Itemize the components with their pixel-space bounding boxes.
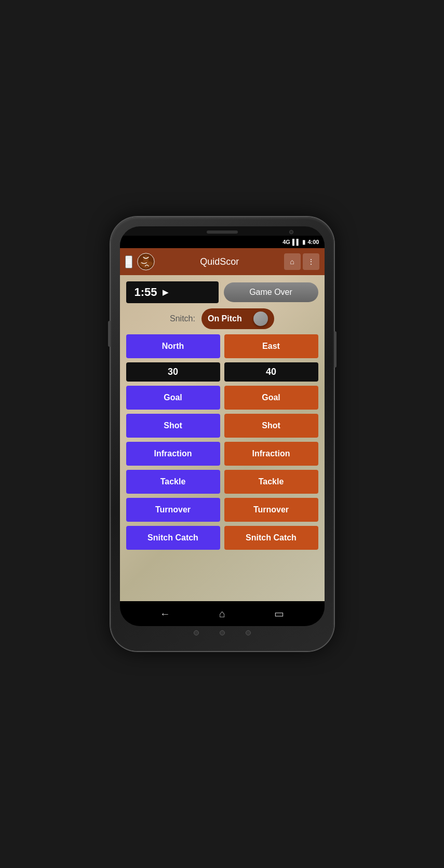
signal-icon: ▌▌ — [292, 239, 301, 245]
east-score: 40 — [224, 362, 318, 382]
menu-button[interactable]: ≡ — [125, 255, 133, 268]
teams-grid: North East 30 40 Goal Goal Shot Shot Inf… — [126, 334, 318, 550]
timer-value: 1:55 — [134, 286, 157, 299]
recents-button[interactable]: ▭ — [274, 607, 284, 620]
north-infraction-button[interactable]: Infraction — [126, 442, 220, 466]
camera — [289, 230, 293, 234]
app-bar-actions: ⌂ ⋮ — [284, 253, 319, 270]
east-snitch-catch-button[interactable]: Snitch Catch — [224, 526, 318, 550]
game-over-button[interactable]: Game Over — [224, 282, 318, 302]
phone-device: 4G ▌▌ ▮ 4:00 ≡ QuidScor ⌂ ⋮ — [111, 217, 334, 651]
north-tackle-button[interactable]: Tackle — [126, 470, 220, 494]
east-tackle-button[interactable]: Tackle — [224, 470, 318, 494]
north-score: 30 — [126, 362, 220, 382]
snitch-toggle[interactable]: On Pitch — [201, 308, 274, 329]
power-button[interactable] — [334, 331, 337, 368]
timer-display: 1:55 ▶ — [126, 281, 219, 303]
east-turnover-button[interactable]: Turnover — [224, 498, 318, 522]
phone-screen: 4G ▌▌ ▮ 4:00 ≡ QuidScor ⌂ ⋮ — [120, 226, 325, 626]
bottom-nav: ← ⌂ ▭ — [120, 601, 325, 626]
battery-icon: ▮ — [302, 239, 305, 246]
home-button[interactable]: ⌂ — [284, 253, 301, 270]
timer-row: 1:55 ▶ Game Over — [126, 281, 318, 303]
play-icon: ▶ — [163, 288, 168, 296]
volume-button[interactable] — [108, 321, 111, 347]
speaker — [207, 230, 238, 234]
toggle-knob — [253, 311, 268, 326]
app-logo — [137, 252, 155, 271]
snitch-label: Snitch: — [170, 314, 195, 323]
east-shot-button[interactable]: Shot — [224, 414, 318, 438]
main-content: 1:55 ▶ Game Over Snitch: On Pitch North … — [120, 275, 325, 601]
app-title: QuidScor — [159, 256, 279, 267]
more-button[interactable]: ⋮ — [303, 253, 319, 270]
network-indicator: 4G — [282, 239, 290, 245]
top-bezel — [120, 226, 325, 236]
back-button[interactable]: ← — [160, 608, 170, 620]
north-shot-button[interactable]: Shot — [126, 414, 220, 438]
hw-btn-2 — [220, 630, 225, 635]
status-bar: 4G ▌▌ ▮ 4:00 — [120, 236, 325, 248]
home-nav-button[interactable]: ⌂ — [219, 608, 225, 620]
east-team-button[interactable]: East — [224, 334, 318, 358]
east-goal-button[interactable]: Goal — [224, 386, 318, 410]
east-infraction-button[interactable]: Infraction — [224, 442, 318, 466]
app-bar: ≡ QuidScor ⌂ ⋮ — [120, 248, 325, 275]
snitch-status: On Pitch — [208, 314, 242, 323]
north-turnover-button[interactable]: Turnover — [126, 498, 220, 522]
phone-bottom — [120, 626, 325, 642]
north-snitch-catch-button[interactable]: Snitch Catch — [126, 526, 220, 550]
time-display: 4:00 — [307, 239, 319, 245]
hw-btn-1 — [194, 630, 199, 635]
snitch-row: Snitch: On Pitch — [126, 308, 318, 329]
north-team-button[interactable]: North — [126, 334, 220, 358]
north-goal-button[interactable]: Goal — [126, 386, 220, 410]
hw-btn-3 — [246, 630, 251, 635]
